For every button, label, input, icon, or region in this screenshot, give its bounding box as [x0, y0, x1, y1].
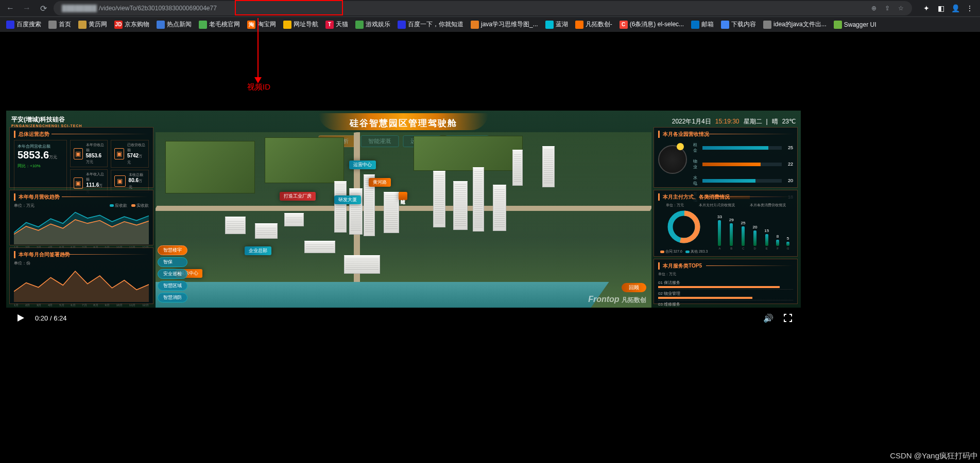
bookmark-item[interactable]: 热点新闻 — [154, 19, 194, 30]
l1-big-card: 本年合同营收总额 5853.6万元 同比：+10% — [14, 140, 67, 197]
bookmark-item[interactable]: 首页 — [46, 19, 73, 30]
bookmark-item[interactable]: 老毛桃官网 — [197, 19, 242, 30]
fullscreen-icon[interactable] — [782, 312, 794, 324]
bookmark-label: 老毛桃官网 — [209, 20, 240, 29]
bookmark-favicon — [157, 21, 165, 29]
label-road: 黄河路 — [369, 178, 391, 187]
bookmark-item[interactable]: 蓝湖 — [543, 19, 570, 30]
bookmark-label: 天猫 — [336, 20, 348, 29]
l1-cards-2: ▣已收营收总额5742万元▣未收总额80.6万元 — [111, 140, 149, 197]
volume-icon[interactable]: 🔊 — [763, 312, 774, 324]
bookmark-item[interactable]: java学习思维导图_... — [469, 19, 540, 30]
r1-bar-row: 物业22 — [693, 158, 793, 170]
label-dazhong: 打造工业厂房 — [280, 192, 316, 201]
l1-card: ▣已收营收总额5742万元 — [111, 140, 149, 168]
video-player: 平安(增城)科技硅谷 PINGAN(ZENGCHENG) SCI-TECH 硅谷… — [6, 111, 801, 328]
donut-chart — [666, 209, 702, 245]
branding: Frontop 凡拓数创 — [588, 295, 646, 305]
menu-icon[interactable]: ⋮ — [964, 2, 976, 14]
bookmark-label: 淘宝网 — [257, 20, 276, 29]
bookmark-item[interactable]: T天猫 — [323, 19, 350, 30]
card-icon: ▣ — [114, 175, 125, 187]
r3-row: 03 维修服务 — [658, 300, 793, 308]
url-host-blurred: ████████ — [62, 5, 97, 12]
bookmark-label: 黄历网 — [89, 20, 107, 29]
dash-date: 2022年1月4日 — [672, 117, 711, 126]
city-side-button[interactable]: 智保 — [158, 257, 187, 267]
bookmark-favicon — [6, 21, 14, 29]
dash-weekday: 星期二 — [744, 117, 762, 126]
watermark: CSDN @Yang疯狂打码中 — [890, 451, 978, 461]
forward-button[interactable]: → — [21, 2, 33, 14]
city-side-button[interactable]: 安全巡检 — [158, 269, 187, 279]
reload-button[interactable]: ⟳ — [37, 2, 49, 14]
url-star-icon[interactable]: ☆ — [896, 3, 906, 13]
video-time: 0:20 / 6:24 — [35, 314, 66, 322]
bookmark-label: 百度一下，你就知道 — [408, 20, 463, 29]
bookmark-item[interactable]: 下载内容 — [719, 19, 758, 30]
bookmark-item[interactable]: 网址导航 — [281, 19, 320, 30]
bookmark-favicon — [763, 21, 771, 29]
l1-cards-1: ▣本年营收总额5853.6万元▣本年收入总额111.6万元 — [70, 140, 108, 197]
bookmark-item[interactable]: 淘淘宝网 — [245, 19, 278, 30]
r2-bar: 20D — [752, 225, 757, 250]
bookmark-favicon — [199, 21, 207, 29]
bookmark-label: 网址导航 — [294, 20, 318, 29]
bookmark-label: Swagger UI — [844, 21, 876, 28]
bookmark-item[interactable]: 邮箱 — [689, 19, 716, 30]
panel-payment-consume: 本月主付方式、各类消费情况 单位：万元本月支付方式营收情况本月各类消费营收情况 … — [654, 190, 798, 257]
bookmark-item[interactable]: Swagger UI — [832, 20, 879, 30]
bookmark-item[interactable]: 凡拓数创- — [573, 19, 614, 30]
bookmark-item[interactable]: 百度一下，你就知道 — [396, 19, 466, 30]
r2-bar: 15E — [764, 228, 769, 250]
svg-marker-2 — [18, 314, 24, 322]
dash-temp: 23℃ — [782, 118, 796, 125]
bookmark-item[interactable]: 百度搜索 — [4, 19, 43, 30]
city-side-button[interactable]: 智慧消防 — [158, 293, 187, 302]
city-side-button[interactable]: 智慧区域 — [158, 281, 187, 291]
r3-row: 02 物业管理 — [658, 290, 793, 300]
bookmark-item[interactable]: JD京东购物 — [112, 19, 151, 30]
bookmark-label: 首页 — [59, 20, 71, 29]
url-magnify-icon[interactable]: ⊕ — [869, 3, 879, 13]
r2-bar: 33A — [717, 215, 722, 250]
play-button[interactable] — [13, 311, 28, 325]
bookmark-item[interactable]: 游戏娱乐 — [353, 19, 392, 30]
review-button[interactable]: 回顾 — [622, 283, 646, 292]
bookmark-label: idea的java文件出... — [773, 20, 827, 29]
panel-overall-status: 总体运营态势 本年合同营收总额 5853.6万元 同比：+10% ▣本年营收总额… — [9, 127, 153, 188]
bookmark-label: 下载内容 — [731, 20, 756, 29]
r1-bar-row: 租金25 — [693, 142, 793, 153]
logo-main: 平安(增城)科技硅谷 — [11, 115, 161, 124]
bookmark-item[interactable]: 黄历网 — [76, 19, 109, 30]
extensions-icon[interactable]: ✦ — [920, 2, 933, 14]
river — [156, 282, 609, 308]
bookmark-favicon — [721, 21, 729, 29]
bookmark-label: java学习思维导图_... — [481, 20, 538, 29]
bookmark-favicon: 淘 — [247, 21, 255, 29]
url-path-prefix: /video/viewTo/ — [99, 5, 137, 12]
bookmark-item[interactable]: idea的java文件出... — [761, 19, 829, 30]
bookmark-label: 京东购物 — [125, 20, 149, 29]
bookmark-item[interactable]: C(6条消息) el-selec... — [617, 19, 686, 30]
card-icon: ▣ — [74, 148, 83, 159]
dashboard: 平安(增城)科技硅谷 PINGAN(ZENGCHENG) SCI-TECH 硅谷… — [6, 111, 801, 308]
bookmark-favicon — [355, 21, 364, 29]
avatar-icon[interactable]: 👤 — [949, 2, 961, 14]
url-share-icon[interactable]: ⇪ — [882, 3, 892, 13]
back-button[interactable]: ← — [4, 2, 16, 14]
r2-bar: 25C — [741, 221, 746, 250]
panel-icon[interactable]: ◧ — [935, 2, 947, 14]
l1-card: ▣未收总额80.6万元 — [111, 170, 149, 192]
label-suishi: 随时随地 — [399, 192, 407, 200]
bookmark-favicon — [398, 21, 406, 29]
bookmark-favicon: T — [325, 21, 334, 29]
city-side-button[interactable]: 智慧楼宇 — [158, 245, 187, 255]
dashboard-datetime: 2022年1月4日 15:19:30 星期二 | 晴 23℃ — [646, 117, 801, 126]
address-bar[interactable]: ████████ /video/viewTo/62b30109383000069… — [54, 1, 912, 15]
bookmark-label: 邮箱 — [701, 20, 714, 29]
city-3d-scene: 运营中心 研发大厦 企业总部 展示中心 打造工业厂房 随时随地 黄河路 智慧楼宇… — [156, 132, 651, 308]
r2-bar: 8F — [776, 234, 779, 250]
l1-big-value: 5853.6 — [18, 149, 49, 161]
bookmark-favicon — [283, 21, 291, 29]
